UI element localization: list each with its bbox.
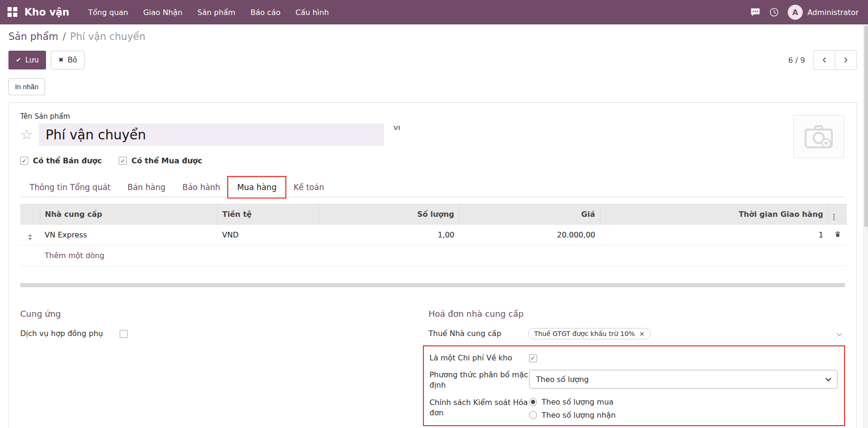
- currency-column-header[interactable]: Tiền tệ: [217, 204, 318, 225]
- tab-general-information[interactable]: Thông tin Tổng quát: [21, 177, 119, 197]
- optional-columns-header[interactable]: [828, 204, 847, 225]
- breadcrumb-separator: /: [62, 31, 66, 42]
- control-policy-option-ordered[interactable]: Theo số lượng mua: [529, 397, 616, 406]
- control-panel: ✔ Lưu ✖ Bỏ 6 / 9 ‹ ›: [8, 50, 857, 70]
- vendor-column-header[interactable]: Nhà cung cấp: [40, 204, 217, 225]
- notebook-tabs: Thông tin Tổng quát Bán hàng Bảo hành Mu…: [20, 177, 845, 197]
- menu-item-configuration[interactable]: Cấu hình: [288, 0, 336, 24]
- table-header-row: Nhà cung cấp Tiền tệ Số lượng Giá Thời g…: [20, 204, 847, 225]
- pager-count: 6 / 9: [788, 56, 805, 65]
- can-be-purchased-label: Có thể Mua được: [131, 156, 202, 165]
- discard-button[interactable]: ✖ Bỏ: [51, 51, 84, 69]
- tab-purchase-active-annotated[interactable]: Mua hàng: [229, 177, 285, 197]
- user-menu[interactable]: A Administrator: [788, 5, 859, 20]
- vendor-cell[interactable]: VN Express: [40, 225, 217, 245]
- annotation-highlight-box: Là một Chi phí Về kho ✓ Phương thức phân…: [423, 345, 845, 426]
- is-landed-cost-label: Là một Chi phí Về kho: [430, 353, 529, 363]
- control-policy-radio-group: Theo số lượng mua Theo số lượng nhận: [529, 397, 616, 420]
- can-be-purchased-checkbox[interactable]: ✓: [119, 157, 127, 165]
- menu-item-products[interactable]: Sản phẩm: [190, 0, 243, 24]
- breadcrumb: Sản phẩm / Phí vận chuyển: [8, 30, 868, 43]
- horizontal-scrollbar[interactable]: [20, 283, 845, 287]
- can-be-sold-label: Có thể Bán được: [33, 156, 102, 165]
- delete-row-trash-icon[interactable]: [834, 231, 841, 240]
- logistics-group-title: Cung ứng: [20, 309, 392, 320]
- tab-sales[interactable]: Bán hàng: [119, 177, 174, 197]
- breadcrumb-parent[interactable]: Sản phẩm: [8, 31, 58, 42]
- product-image-placeholder[interactable]: [793, 115, 844, 158]
- currency-cell[interactable]: VND: [217, 225, 318, 245]
- menu-item-transfers[interactable]: Giao Nhận: [136, 0, 190, 24]
- drag-handle-icon[interactable]: [28, 234, 32, 240]
- logistics-group: Cung ứng Dịch vụ hợp đồng phụ: [20, 309, 392, 426]
- form-sheet: Tên Sản phẩm ☆ Phí vận chuyển VI ✓ Có th…: [8, 102, 857, 428]
- vendor-taxes-field[interactable]: Thuế GTGT được khấu trừ 10% ×: [528, 328, 845, 340]
- table-row[interactable]: VN Express VND 1,00 20.000,00 1: [20, 225, 847, 245]
- menu-item-reporting[interactable]: Báo cáo: [243, 0, 288, 24]
- menu-item-overview[interactable]: Tổng quan: [81, 0, 136, 24]
- main-menu: Tổng quan Giao Nhận Sản phẩm Báo cáo Cấu…: [81, 0, 337, 24]
- tab-warranty[interactable]: Bảo hành: [174, 177, 229, 197]
- top-navbar: Kho vận Tổng quan Giao Nhận Sản phẩm Báo…: [0, 0, 868, 24]
- chevron-left-icon: ‹: [822, 52, 827, 67]
- dropdown-caret-icon[interactable]: [837, 331, 842, 336]
- x-icon: ✖: [58, 56, 63, 64]
- apps-grid-icon[interactable]: [8, 7, 18, 17]
- remove-tag-icon[interactable]: ×: [639, 330, 645, 337]
- price-cell[interactable]: 20.000,00: [459, 225, 600, 245]
- check-icon: ✔: [16, 56, 21, 64]
- delivery-lead-time-column-header[interactable]: Thời gian Giao hàng: [600, 204, 828, 225]
- control-policy-label: Chính sách Kiểm soát Hóa đơn: [430, 397, 529, 418]
- favorite-star-icon[interactable]: ☆: [20, 128, 33, 142]
- pager-previous-button[interactable]: ‹: [814, 50, 835, 70]
- product-name-input[interactable]: Phí vận chuyển: [39, 123, 384, 146]
- user-name: Administrator: [807, 8, 859, 17]
- camera-plus-icon: [804, 124, 834, 149]
- avatar: A: [788, 5, 803, 20]
- can-be-purchased-field: ✓ Có thể Mua được: [119, 156, 202, 165]
- pager: 6 / 9 ‹ ›: [788, 50, 857, 70]
- column-options-icon[interactable]: [833, 214, 835, 220]
- translation-language-badge[interactable]: VI: [393, 124, 400, 131]
- price-column-header[interactable]: Giá: [459, 204, 600, 225]
- pager-next-button[interactable]: ›: [835, 50, 857, 70]
- scrollbar-thumb[interactable]: [864, 25, 868, 227]
- radio-unselected-icon[interactable]: [529, 411, 537, 419]
- quantity-column-header[interactable]: Số lượng: [318, 204, 459, 225]
- vendor-tax-tag[interactable]: Thuế GTGT được khấu trừ 10% ×: [528, 328, 651, 339]
- app-brand[interactable]: Kho vận: [24, 7, 69, 18]
- delivery-lead-time-cell[interactable]: 1: [600, 225, 828, 245]
- print-label-button[interactable]: In nhãn: [8, 78, 45, 95]
- breadcrumb-current: Phí vận chuyển: [70, 31, 146, 42]
- vertical-scrollbar[interactable]: [863, 24, 868, 428]
- is-landed-cost-checkbox[interactable]: ✓: [529, 354, 537, 362]
- vendors-table: Nhà cung cấp Tiền tệ Số lượng Giá Thời g…: [20, 204, 845, 266]
- handle-column-header: [20, 204, 40, 225]
- tab-accounting[interactable]: Kế toán: [285, 177, 332, 197]
- vendor-taxes-label: Thuế Nhà cung cấp: [429, 329, 528, 339]
- save-button[interactable]: ✔ Lưu: [8, 51, 46, 69]
- subcontract-service-checkbox[interactable]: [120, 330, 128, 338]
- quantity-cell[interactable]: 1,00: [318, 225, 459, 245]
- split-method-select[interactable]: Theo số lượng: [529, 370, 837, 389]
- activities-clock-icon[interactable]: [769, 7, 779, 17]
- can-be-sold-field: ✓ Có thể Bán được: [20, 156, 102, 165]
- control-policy-option-received[interactable]: Theo số lượng nhận: [529, 411, 616, 420]
- add-line-link[interactable]: Thêm một dòng: [40, 245, 847, 266]
- messages-icon[interactable]: [750, 7, 760, 17]
- select-chevron-icon: [825, 375, 831, 382]
- split-method-label: Phương thức phân bổ mặc định: [430, 370, 529, 390]
- vendor-bills-group-title: Hoá đơn nhà cung cấp: [429, 309, 845, 320]
- split-method-value: Theo số lượng: [536, 375, 589, 384]
- can-be-sold-checkbox[interactable]: ✓: [20, 157, 28, 165]
- chevron-right-icon: ›: [844, 52, 848, 67]
- radio-selected-icon[interactable]: [529, 398, 537, 406]
- subcontract-service-label: Dịch vụ hợp đồng phụ: [20, 329, 120, 339]
- product-name-label: Tên Sản phẩm: [20, 112, 845, 122]
- vendor-bills-group: Hoá đơn nhà cung cấp Thuế Nhà cung cấp T…: [429, 309, 845, 426]
